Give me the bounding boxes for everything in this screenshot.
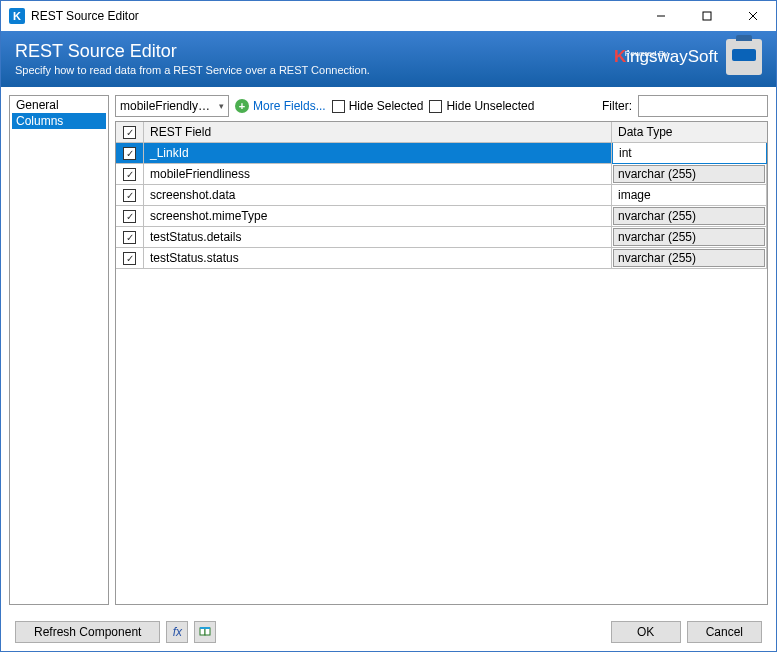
field-cell[interactable]: screenshot.mimeType — [144, 206, 612, 226]
sidebar-item-general[interactable]: General — [12, 97, 106, 113]
chevron-down-icon: ▾ — [219, 101, 224, 111]
object-dropdown[interactable]: mobileFriendlyTes ▾ — [115, 95, 229, 117]
checkbox-icon — [332, 100, 345, 113]
sidebar-item-columns[interactable]: Columns — [12, 113, 106, 129]
row-checkbox[interactable] — [116, 143, 144, 163]
footer: Refresh Component fx OK Cancel — [1, 613, 776, 651]
header-checkbox[interactable] — [116, 122, 144, 142]
field-cell[interactable]: testStatus.status — [144, 248, 612, 268]
table-row[interactable]: screenshot.dataimage — [116, 185, 767, 206]
table-row[interactable]: mobileFriendlinessnvarchar (255) — [116, 164, 767, 185]
columns-grid: REST Field Data Type _LinkIdintmobileFri… — [115, 121, 768, 605]
field-cell[interactable]: screenshot.data — [144, 185, 612, 205]
more-fields-button[interactable]: + More Fields... — [235, 99, 326, 113]
type-cell[interactable]: nvarchar (255) — [612, 248, 767, 268]
cancel-button[interactable]: Cancel — [687, 621, 762, 643]
refresh-component-button[interactable]: Refresh Component — [15, 621, 160, 643]
row-checkbox[interactable] — [116, 185, 144, 205]
col-rest-field[interactable]: REST Field — [144, 122, 612, 142]
type-cell[interactable]: int — [612, 143, 767, 164]
filter-label: Filter: — [602, 99, 632, 113]
table-row[interactable]: screenshot.mimeTypenvarchar (255) — [116, 206, 767, 227]
row-checkbox[interactable] — [116, 206, 144, 226]
field-cell[interactable]: testStatus.details — [144, 227, 612, 247]
table-row[interactable]: _LinkIdint — [116, 143, 767, 164]
field-cell[interactable]: _LinkId — [144, 143, 612, 163]
field-cell[interactable]: mobileFriendliness — [144, 164, 612, 184]
svg-rect-1 — [703, 12, 711, 20]
banner: REST Source Editor Specify how to read d… — [1, 31, 776, 87]
ok-button[interactable]: OK — [611, 621, 681, 643]
hide-selected-checkbox[interactable]: Hide Selected — [332, 99, 424, 113]
type-cell[interactable]: nvarchar (255) — [612, 227, 767, 247]
window-title: REST Source Editor — [31, 9, 638, 23]
window-controls — [638, 1, 776, 31]
hide-unselected-checkbox[interactable]: Hide Unselected — [429, 99, 534, 113]
type-cell[interactable]: image — [612, 185, 767, 205]
brand-logo: Powered By KingswaySoft — [614, 39, 762, 75]
grid-body: _LinkIdintmobileFriendlinessnvarchar (25… — [116, 143, 767, 604]
grid-header: REST Field Data Type — [116, 122, 767, 143]
checkbox-icon — [429, 100, 442, 113]
type-cell[interactable]: nvarchar (255) — [612, 164, 767, 184]
row-checkbox[interactable] — [116, 248, 144, 268]
maximize-button[interactable] — [684, 1, 730, 30]
filter-input[interactable] — [638, 95, 768, 117]
plus-icon: + — [235, 99, 249, 113]
powered-by-text: Powered By — [625, 49, 668, 58]
close-button[interactable] — [730, 1, 776, 30]
col-data-type[interactable]: Data Type — [612, 122, 767, 142]
briefcase-icon — [726, 39, 762, 75]
documentation-button[interactable] — [194, 621, 216, 643]
svg-rect-5 — [205, 628, 210, 635]
table-row[interactable]: testStatus.detailsnvarchar (255) — [116, 227, 767, 248]
app-icon: K — [9, 8, 25, 24]
sidebar: General Columns — [9, 95, 109, 605]
content-area: General Columns mobileFriendlyTes ▾ + Mo… — [1, 87, 776, 613]
table-row[interactable]: testStatus.statusnvarchar (255) — [116, 248, 767, 269]
minimize-button[interactable] — [638, 1, 684, 30]
row-checkbox[interactable] — [116, 227, 144, 247]
toolbar: mobileFriendlyTes ▾ + More Fields... Hid… — [115, 95, 768, 117]
main-panel: mobileFriendlyTes ▾ + More Fields... Hid… — [115, 95, 768, 605]
titlebar: K REST Source Editor — [1, 1, 776, 31]
row-checkbox[interactable] — [116, 164, 144, 184]
svg-rect-4 — [200, 628, 205, 635]
type-cell[interactable]: nvarchar (255) — [612, 206, 767, 226]
expression-button[interactable]: fx — [166, 621, 188, 643]
